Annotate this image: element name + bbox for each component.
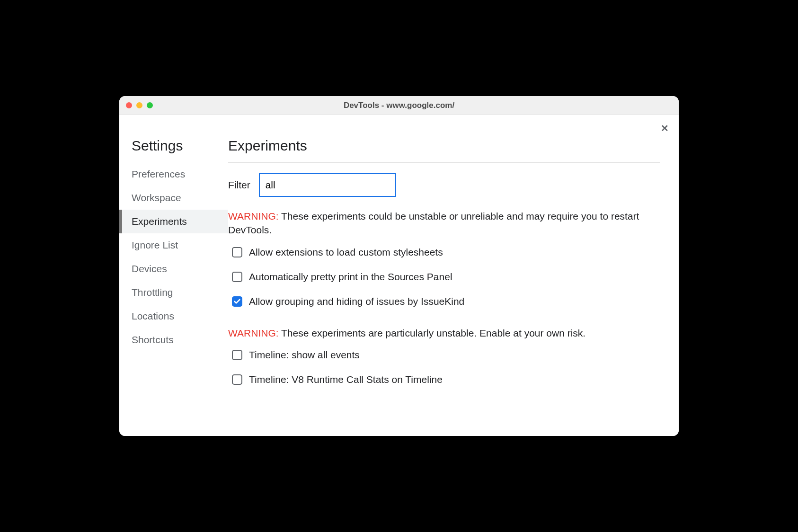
sidebar-item-label: Experiments <box>132 216 187 227</box>
content-area: ✕ Settings Preferences Workspace Experim… <box>119 115 679 436</box>
sidebar-item-label: Shortcuts <box>132 334 174 345</box>
window-title: DevTools - www.google.com/ <box>119 101 679 110</box>
minimize-window-button[interactable] <box>136 102 142 108</box>
sidebar-item-label: Throttling <box>132 287 173 298</box>
sidebar-item-label: Workspace <box>132 192 181 203</box>
experiment-row: Timeline: show all events <box>232 349 660 361</box>
warning-message-1: WARNING: These experiments could be unst… <box>228 209 660 237</box>
sidebar-item-label: Preferences <box>132 168 185 179</box>
experiment-checkbox[interactable] <box>232 296 242 307</box>
page-title: Experiments <box>228 138 660 163</box>
sidebar-item-label: Ignore List <box>132 239 178 250</box>
window-titlebar: DevTools - www.google.com/ <box>119 96 679 115</box>
experiment-label: Timeline: show all events <box>249 349 360 361</box>
experiment-checkbox[interactable] <box>232 374 242 385</box>
traffic-lights <box>119 102 153 108</box>
sidebar-item-label: Devices <box>132 263 167 274</box>
main-panel: Experiments Filter WARNING: These experi… <box>228 115 679 436</box>
check-icon <box>233 298 241 305</box>
filter-row: Filter <box>228 173 660 197</box>
devtools-window: DevTools - www.google.com/ ✕ Settings Pr… <box>119 96 679 436</box>
experiment-checkbox[interactable] <box>232 350 242 360</box>
experiment-row: Timeline: V8 Runtime Call Stats on Timel… <box>232 374 660 385</box>
sidebar-item-throttling[interactable]: Throttling <box>119 281 228 304</box>
close-icon: ✕ <box>661 123 669 134</box>
sidebar-item-ignore-list[interactable]: Ignore List <box>119 233 228 257</box>
experiment-checkbox[interactable] <box>232 247 242 257</box>
warning-prefix: WARNING: <box>228 328 279 338</box>
experiment-row: Allow grouping and hiding of issues by I… <box>232 296 660 307</box>
warning-message-2: WARNING: These experiments are particula… <box>228 326 660 340</box>
sidebar-item-preferences[interactable]: Preferences <box>119 162 228 186</box>
close-panel-button[interactable]: ✕ <box>659 123 670 134</box>
settings-sidebar: Settings Preferences Workspace Experimen… <box>119 115 228 436</box>
sidebar-title: Settings <box>119 138 228 162</box>
close-window-button[interactable] <box>126 102 132 108</box>
sidebar-item-shortcuts[interactable]: Shortcuts <box>119 328 228 352</box>
maximize-window-button[interactable] <box>147 102 153 108</box>
filter-label: Filter <box>228 179 250 191</box>
filter-input[interactable] <box>259 173 396 197</box>
experiment-label: Allow extensions to load custom styleshe… <box>249 247 443 258</box>
warning-text: These experiments could be unstable or u… <box>228 211 639 235</box>
experiment-checkbox[interactable] <box>232 272 242 282</box>
warning-prefix: WARNING: <box>228 211 279 222</box>
experiment-label: Automatically pretty print in the Source… <box>249 271 452 283</box>
sidebar-item-devices[interactable]: Devices <box>119 257 228 281</box>
experiment-row: Automatically pretty print in the Source… <box>232 271 660 283</box>
sidebar-item-locations[interactable]: Locations <box>119 304 228 328</box>
warning-text: These experiments are particularly unsta… <box>279 328 586 338</box>
experiment-label: Allow grouping and hiding of issues by I… <box>249 296 464 307</box>
experiment-row: Allow extensions to load custom styleshe… <box>232 247 660 258</box>
unstable-experiments-section: WARNING: These experiments are particula… <box>228 326 660 385</box>
sidebar-item-workspace[interactable]: Workspace <box>119 186 228 210</box>
experiment-label: Timeline: V8 Runtime Call Stats on Timel… <box>249 374 443 385</box>
sidebar-item-label: Locations <box>132 310 174 321</box>
sidebar-item-experiments[interactable]: Experiments <box>119 210 228 233</box>
